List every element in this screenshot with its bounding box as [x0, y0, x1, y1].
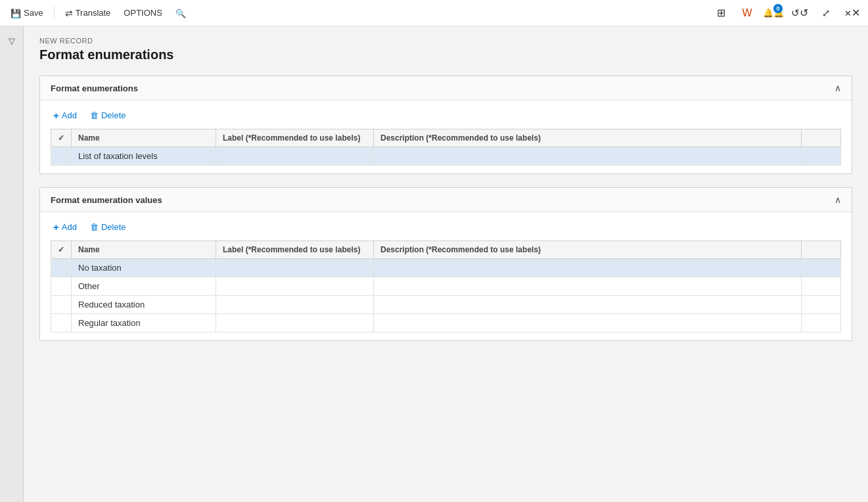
format-enumerations-section: Format enumerations ∧ + Add 🗑 Delete: [39, 76, 852, 174]
toolbar-right: ⊞ W 🔔 0 ↺ ⤢ ✕: [710, 3, 863, 24]
check-icon: ✓: [58, 133, 64, 143]
row-name[interactable]: No taxation: [72, 259, 216, 277]
search-button[interactable]: [170, 5, 191, 21]
section1-add-label: Add: [62, 110, 77, 120]
ms-icon: W: [742, 7, 752, 19]
table-row[interactable]: Other: [51, 277, 841, 296]
save-label: Save: [24, 8, 43, 18]
section1-add-button[interactable]: + Add: [51, 108, 80, 122]
row-label[interactable]: [216, 259, 374, 277]
row-check: [51, 147, 72, 166]
format-enumerations-body: + Add 🗑 Delete ✓ Name: [40, 101, 852, 173]
chevron-up-icon: ∧: [834, 83, 841, 93]
row-desc[interactable]: [374, 147, 802, 166]
table1-name-header: Name: [72, 129, 216, 147]
refresh-icon: ↺: [791, 7, 808, 19]
page-title: Format enumerations: [39, 47, 852, 62]
row-action: [802, 147, 841, 166]
table2-desc-header: Description (*Recommended to use labels): [374, 241, 802, 259]
translate-icon: [65, 8, 73, 18]
section1-toolbar: + Add 🗑 Delete: [51, 108, 841, 122]
table1-check-header: ✓: [51, 129, 72, 147]
row-name[interactable]: Regular taxation: [72, 314, 216, 332]
format-enum-values-header: Format enumeration values ∧: [40, 188, 852, 212]
row-check: [51, 277, 72, 296]
sidebar: ▽: [0, 26, 24, 502]
section2-add-button[interactable]: + Add: [51, 220, 80, 234]
search-icon: [175, 8, 186, 18]
table-row[interactable]: List of taxation levels: [51, 147, 841, 166]
notification-badge: 0: [773, 4, 783, 13]
format-enumerations-title: Format enumerations: [51, 83, 138, 93]
layout: ▽ NEW RECORD Format enumerations Format …: [0, 26, 868, 502]
options-button[interactable]: OPTIONS: [118, 5, 168, 20]
row-check: [51, 314, 72, 332]
section1-delete-button[interactable]: 🗑 Delete: [87, 109, 129, 122]
row-action: [802, 277, 841, 296]
row-desc[interactable]: [374, 259, 802, 277]
save-icon: [11, 8, 21, 18]
row-check: [51, 259, 72, 277]
section1-toggle[interactable]: ∧: [834, 83, 841, 93]
toolbar-sep1: [54, 7, 55, 20]
delete-icon: 🗑: [90, 110, 99, 120]
filter-icon: ▽: [9, 36, 15, 46]
apps-button[interactable]: ⊞: [710, 3, 731, 24]
section1-delete-label: Delete: [101, 110, 126, 120]
table-row[interactable]: Reduced taxation: [51, 296, 841, 314]
main-toolbar: Save Translate OPTIONS ⊞ W 🔔 0 ↺ ⤢ ✕: [0, 0, 868, 26]
table1-action-header: [802, 129, 841, 147]
delete-icon2: 🗑: [90, 222, 99, 232]
add-icon2: +: [53, 221, 59, 233]
row-desc[interactable]: [374, 277, 802, 296]
table-row[interactable]: Regular taxation: [51, 314, 841, 332]
section2-delete-button[interactable]: 🗑 Delete: [87, 221, 129, 233]
row-check: [51, 296, 72, 314]
table-row[interactable]: No taxation: [51, 259, 841, 277]
notification-area[interactable]: 🔔 0: [763, 3, 784, 24]
format-enum-values-section: Format enumeration values ∧ + Add 🗑 Dele…: [39, 187, 852, 341]
check-icon2: ✓: [58, 245, 64, 254]
row-desc[interactable]: [374, 314, 802, 332]
format-enum-values-title: Format enumeration values: [51, 195, 162, 205]
row-label[interactable]: [216, 277, 374, 296]
close-button[interactable]: ✕: [842, 3, 863, 24]
format-enumerations-table: ✓ Name Label (*Recommended to use labels…: [51, 129, 841, 166]
table2-name-header: Name: [72, 241, 216, 259]
row-action: [802, 259, 841, 277]
row-label[interactable]: [216, 314, 374, 332]
section2-add-label: Add: [62, 222, 77, 232]
refresh-button[interactable]: ↺: [789, 3, 810, 24]
row-name[interactable]: List of taxation levels: [72, 147, 216, 166]
table1-desc-header: Description (*Recommended to use labels): [374, 129, 802, 147]
table1-label-header: Label (*Recommended to use labels): [216, 129, 374, 147]
row-name[interactable]: Other: [72, 277, 216, 296]
expand-button[interactable]: ⤢: [815, 3, 836, 24]
page-subtitle: NEW RECORD: [39, 37, 852, 45]
options-label: OPTIONS: [124, 8, 162, 18]
section2-toolbar: + Add 🗑 Delete: [51, 220, 841, 234]
add-icon: +: [53, 110, 59, 121]
chevron-up-icon2: ∧: [834, 194, 841, 205]
save-button[interactable]: Save: [5, 5, 49, 21]
row-action: [802, 296, 841, 314]
expand-icon: ⤢: [822, 7, 831, 19]
row-desc[interactable]: [374, 296, 802, 314]
row-label[interactable]: [216, 296, 374, 314]
table2-label-header: Label (*Recommended to use labels): [216, 241, 374, 259]
format-enum-values-table: ✓ Name Label (*Recommended to use labels…: [51, 240, 841, 332]
ms-office-button[interactable]: W: [737, 3, 758, 24]
apps-icon: ⊞: [717, 7, 725, 19]
format-enum-values-body: + Add 🗑 Delete ✓ Name: [40, 212, 852, 340]
close-icon: ✕: [844, 7, 860, 19]
filter-button[interactable]: ▽: [3, 32, 21, 50]
row-label[interactable]: [216, 147, 374, 166]
table2-action-header: [802, 241, 841, 259]
translate-label: Translate: [76, 8, 111, 18]
row-name[interactable]: Reduced taxation: [72, 296, 216, 314]
translate-button[interactable]: Translate: [60, 5, 116, 21]
section2-toggle[interactable]: ∧: [834, 194, 841, 205]
format-enumerations-header: Format enumerations ∧: [40, 76, 852, 101]
main-content: NEW RECORD Format enumerations Format en…: [24, 26, 868, 502]
table2-check-header: ✓: [51, 241, 72, 259]
